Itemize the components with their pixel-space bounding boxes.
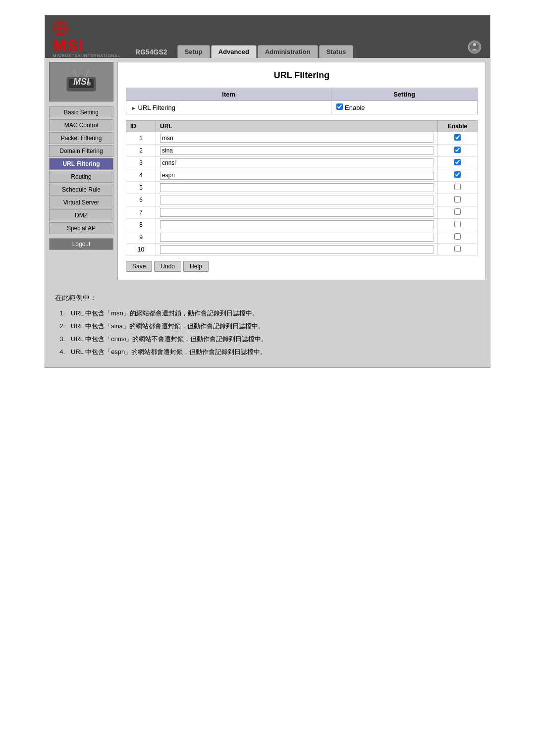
sidebar-item-schedule-rule[interactable]: Schedule Rule [49, 184, 113, 196]
list-item-text: URL 中包含「msn」的網站都會遭封鎖，動作會記錄到日誌檔中。 [71, 308, 259, 319]
url-filtering-row: ► URL Filtering Enable [126, 101, 478, 114]
nav-tabs: Setup Advanced Administration Status [177, 40, 482, 58]
row-enable-cell [438, 182, 478, 194]
sidebar-item-basic-setting[interactable]: Basic Setting [49, 106, 113, 118]
table-row: 1 [126, 132, 478, 145]
brand-subtitle: MICROSTAR INTERNATIONAL [53, 53, 120, 58]
list-item-num: 1. [55, 308, 65, 319]
row-url-cell [156, 244, 438, 256]
content-panel: URL Filtering Item Setting ► URL Filteri… [117, 62, 486, 280]
url-filtering-item-label: URL Filtering [138, 104, 175, 111]
table-row: 5 [126, 182, 478, 194]
app-container: MSI MICROSTAR INTERNATIONAL RG54GS2 Setu… [45, 15, 490, 368]
list-item-num: 4. [55, 347, 65, 357]
url-input[interactable] [160, 134, 433, 143]
tab-setup[interactable]: Setup [177, 45, 210, 58]
row-id: 3 [126, 157, 156, 169]
row-enable-cell [438, 157, 478, 169]
status-icon [467, 40, 482, 54]
button-row: Save Undo Help [126, 261, 478, 272]
enable-checkbox[interactable] [336, 103, 343, 110]
row-enable-cell [438, 206, 478, 219]
list-item-text: URL 中包含「sina」的網站都會遭封鎖，但動作會記錄到日誌檔中。 [71, 321, 265, 332]
tab-advanced[interactable]: Advanced [211, 45, 257, 58]
url-input[interactable] [160, 208, 433, 217]
table-row: 3 [126, 157, 478, 169]
row-url-cell [156, 219, 438, 231]
svg-line-10 [74, 69, 76, 77]
tab-administration[interactable]: Administration [258, 45, 318, 58]
sidebar-item-dmz[interactable]: DMZ [49, 209, 113, 221]
nav-icon-area [467, 40, 482, 56]
sidebar-logo-text: MSI [73, 77, 89, 87]
row-enable-checkbox[interactable] [454, 208, 461, 215]
table-row: 4 [126, 169, 478, 182]
row-enable-checkbox[interactable] [454, 171, 461, 178]
url-input[interactable] [160, 245, 433, 254]
row-enable-checkbox[interactable] [454, 184, 461, 190]
row-id: 8 [126, 219, 156, 231]
sidebar-item-special-ap[interactable]: Special AP [49, 222, 113, 234]
row-enable-checkbox[interactable] [454, 196, 461, 202]
row-enable-checkbox[interactable] [454, 233, 461, 240]
sidebar-item-virtual-server[interactable]: Virtual Server [49, 197, 113, 208]
row-url-cell [156, 132, 438, 145]
sidebar-item-mac-control[interactable]: MAC Control [49, 119, 113, 131]
row-id: 5 [126, 182, 156, 194]
sidebar-item-packet-filtering[interactable]: Packet Filtering [49, 132, 113, 144]
row-enable-checkbox[interactable] [454, 221, 461, 227]
header: MSI MICROSTAR INTERNATIONAL RG54GS2 Setu… [45, 15, 490, 58]
table-row: 9 [126, 231, 478, 244]
sidebar-item-domain-filtering[interactable]: Domain Filtering [49, 145, 113, 157]
row-enable-checkbox[interactable] [454, 246, 461, 252]
row-id: 10 [126, 244, 156, 256]
url-input[interactable] [160, 158, 433, 167]
row-enable-checkbox[interactable] [454, 147, 461, 153]
url-input[interactable] [160, 183, 433, 192]
list-item: 4.URL 中包含「espn」的網站都會遭封鎖，但動作會記錄到日誌檔中。 [55, 347, 480, 357]
logo-area: MSI MICROSTAR INTERNATIONAL [53, 20, 120, 58]
url-input[interactable] [160, 146, 433, 155]
sidebar-item-logout[interactable]: Logout [49, 238, 113, 250]
row-id: 7 [126, 206, 156, 219]
url-input[interactable] [160, 196, 433, 204]
enable-label: Enable [345, 104, 365, 111]
msi-logo [53, 20, 69, 38]
list-item: 3.URL 中包含「cnnsi」的網站不會遭封鎖，但動作會記錄到日誌檔中。 [55, 334, 480, 345]
url-input[interactable] [160, 233, 433, 242]
sidebar-item-routing[interactable]: Routing [49, 171, 113, 183]
sidebar-item-url-filtering[interactable]: URL Filtering [49, 158, 113, 170]
url-table: ID URL Enable 12345678910 [126, 120, 478, 256]
row-enable-checkbox[interactable] [454, 159, 461, 165]
list-item-text: URL 中包含「espn」的網站都會遭封鎖，但動作會記錄到日誌檔中。 [71, 347, 267, 357]
table-row: 7 [126, 206, 478, 219]
settings-col-setting: Setting [331, 88, 478, 101]
undo-button[interactable]: Undo [154, 261, 181, 272]
list-item-num: 2. [55, 321, 65, 332]
notes-title: 在此範例中： [55, 292, 480, 304]
row-enable-cell [438, 169, 478, 182]
table-row: 2 [126, 145, 478, 157]
help-button[interactable]: Help [183, 261, 209, 272]
svg-line-11 [86, 69, 89, 77]
brand-name: MSI [53, 38, 84, 53]
row-enable-cell [438, 244, 478, 256]
row-id: 9 [126, 231, 156, 244]
row-url-cell [156, 206, 438, 219]
row-id: 4 [126, 169, 156, 182]
row-url-cell [156, 194, 438, 206]
url-table-header-enable: Enable [438, 121, 478, 132]
save-button[interactable]: Save [126, 261, 152, 272]
sidebar-logo: MSI [49, 62, 113, 101]
row-url-cell [156, 145, 438, 157]
url-input[interactable] [160, 220, 433, 229]
arrow-icon: ► [131, 105, 136, 111]
table-row: 8 [126, 219, 478, 231]
row-enable-checkbox[interactable] [454, 134, 461, 141]
row-enable-cell [438, 145, 478, 157]
url-input[interactable] [160, 171, 433, 180]
svg-point-6 [473, 43, 476, 46]
model-name: RG54GS2 [135, 48, 167, 56]
tab-status[interactable]: Status [319, 45, 354, 58]
notes-section: 在此範例中： 1.URL 中包含「msn」的網站都會遭封鎖，動作會記錄到日誌檔中… [45, 284, 490, 367]
